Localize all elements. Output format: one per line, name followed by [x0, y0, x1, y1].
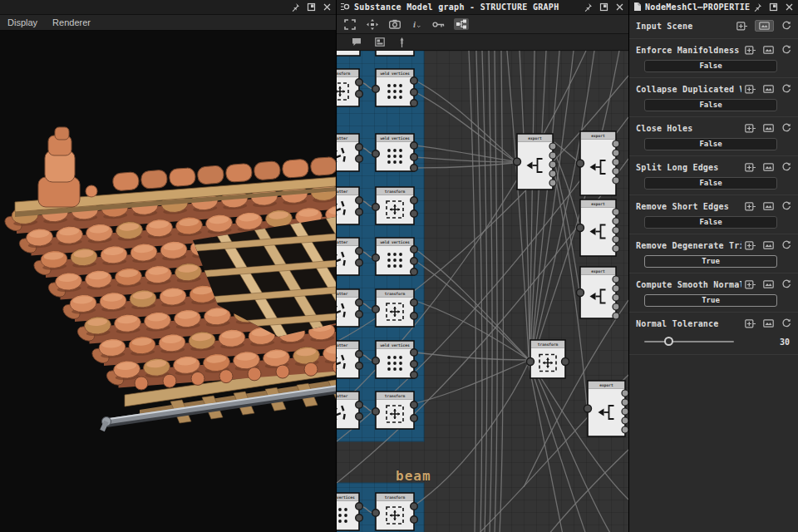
slider-row: 30: [644, 336, 791, 347]
reset-icon[interactable]: [781, 279, 791, 289]
thumbnail-icon[interactable]: [373, 37, 387, 47]
graph-node[interactable]: weld vertices: [372, 69, 418, 106]
preset-icon[interactable]: [763, 85, 774, 93]
properties-title: NodeMeshCl⋯PROPERTIES: [645, 2, 750, 12]
node-title: transform: [385, 495, 406, 500]
graph-node[interactable]: export: [514, 134, 557, 190]
info-icon[interactable]: i: [410, 18, 423, 31]
expose-icon[interactable]: [745, 85, 756, 94]
expose-icon[interactable]: [745, 46, 756, 55]
graph-node[interactable]: transform: [372, 392, 418, 429]
node-graph-canvas[interactable]: transformweld verticesscatterweld vertic…: [337, 51, 628, 532]
reset-icon[interactable]: [781, 123, 791, 133]
property-row: Compute Smooth NormalsTrue: [629, 273, 798, 313]
node-title: scatter: [337, 136, 348, 140]
graph-node[interactable]: weld vertices: [372, 134, 418, 171]
close-icon[interactable]: [785, 2, 794, 12]
graph-node[interactable]: weld vertices: [372, 238, 418, 275]
reset-icon[interactable]: [781, 240, 791, 250]
reset-icon[interactable]: [781, 84, 791, 94]
focus-actual-size-icon[interactable]: [365, 18, 380, 31]
pin-icon[interactable]: [753, 2, 762, 12]
slider-knob[interactable]: [664, 337, 673, 346]
preset-icon[interactable]: [763, 202, 774, 210]
graph-node[interactable]: scatter: [337, 238, 362, 275]
graph-node[interactable]: weld vertices: [372, 341, 418, 378]
graph-node[interactable]: scatter: [337, 134, 362, 171]
property-row: Close HolesFalse: [629, 117, 798, 156]
property-value-button[interactable]: True: [644, 255, 777, 268]
reset-icon[interactable]: [781, 21, 791, 31]
expose-icon[interactable]: [745, 163, 756, 172]
close-icon[interactable]: [323, 2, 332, 12]
graph-node[interactable]: export: [577, 200, 620, 256]
frame-selection-icon[interactable]: [342, 18, 357, 31]
float-icon[interactable]: [599, 2, 608, 12]
node-title: weld vertices: [380, 240, 410, 244]
screenshot-icon[interactable]: [387, 18, 402, 30]
graph-node[interactable]: transform: [372, 493, 418, 530]
expose-icon[interactable]: [736, 22, 747, 31]
node-title: export: [591, 269, 605, 273]
pin-icon[interactable]: [291, 2, 300, 12]
property-row: Input Scene: [629, 15, 798, 39]
graph-node[interactable]: weld vertices: [337, 493, 362, 530]
graph-node[interactable]: scatter: [337, 341, 362, 378]
graph-view-icon[interactable]: [454, 18, 469, 30]
reset-icon[interactable]: [781, 201, 791, 211]
comment-icon[interactable]: [350, 37, 363, 47]
node-title: transform: [385, 394, 406, 398]
preset-icon[interactable]: [763, 163, 774, 171]
properties-list: Input SceneEnforce ManifoldnessFalseColl…: [629, 15, 798, 532]
graph-node[interactable]: scatter: [337, 289, 362, 327]
pin-icon[interactable]: [397, 37, 407, 48]
preset-icon[interactable]: [763, 124, 774, 132]
graph-node[interactable]: export: [577, 267, 620, 319]
float-icon[interactable]: [307, 2, 316, 12]
viewport-panel: Display Renderer: [0, 0, 336, 532]
expose-icon[interactable]: [745, 241, 756, 250]
expose-icon[interactable]: [745, 280, 756, 289]
properties-titlebar: NodeMeshCl⋯PROPERTIES: [629, 0, 798, 15]
graph-node[interactable]: transform: [527, 340, 569, 378]
graph-panel-title: Substance_Model_graph - STRUCTURE GRAPH: [354, 2, 580, 12]
property-value-button[interactable]: True: [644, 294, 777, 307]
3d-viewport[interactable]: [0, 31, 336, 532]
expose-icon[interactable]: [745, 319, 756, 328]
node-title: export: [599, 383, 613, 387]
preset-icon[interactable]: [763, 280, 774, 288]
property-value-button[interactable]: False: [644, 138, 777, 150]
node-title: export: [528, 136, 542, 140]
float-icon[interactable]: [769, 2, 778, 12]
property-value-button[interactable]: False: [644, 60, 777, 72]
link-icon[interactable]: [431, 19, 446, 30]
graph-node[interactable]: scatter: [337, 392, 362, 429]
property-value-button[interactable]: False: [644, 216, 777, 229]
slider-track[interactable]: [644, 341, 734, 342]
preset-icon[interactable]: [763, 319, 774, 328]
preset-icon[interactable]: [763, 241, 774, 249]
graph-node[interactable]: transform: [337, 69, 362, 106]
pin-icon[interactable]: [584, 2, 593, 12]
graph-node[interactable]: export: [577, 131, 620, 195]
expose-icon[interactable]: [745, 202, 756, 211]
close-icon[interactable]: [615, 2, 624, 12]
node-title: export: [591, 134, 605, 138]
graph-node[interactable]: scatter: [337, 187, 362, 224]
property-value-button[interactable]: False: [644, 99, 777, 111]
preset-icon[interactable]: [763, 46, 774, 54]
reset-icon[interactable]: [781, 45, 791, 55]
menu-display[interactable]: Display: [0, 15, 45, 30]
graph-toolbar-sub: [337, 34, 628, 51]
graph-node[interactable]: transform: [372, 187, 418, 224]
reset-icon[interactable]: [781, 318, 791, 328]
graph-node[interactable]: export: [584, 381, 629, 436]
menu-renderer[interactable]: Renderer: [45, 15, 98, 30]
node-title: transform: [337, 71, 350, 76]
graph-node[interactable]: transform: [372, 289, 418, 327]
preset-icon[interactable]: [755, 20, 774, 32]
property-value-button[interactable]: False: [644, 177, 777, 190]
frame-label[interactable]: beam: [396, 468, 431, 484]
expose-icon[interactable]: [745, 124, 756, 133]
reset-icon[interactable]: [781, 162, 791, 172]
